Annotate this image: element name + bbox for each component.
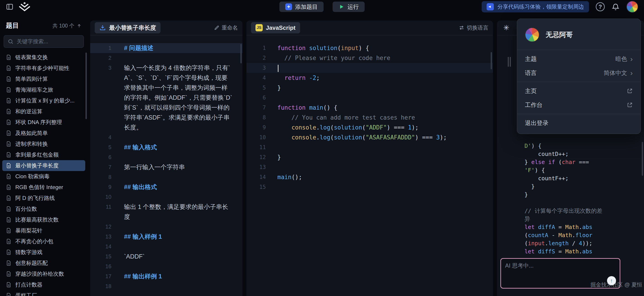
theme-label: 主题 xyxy=(525,55,537,63)
problem-list-item[interactable]: 字符串有多少种可能性 xyxy=(2,63,85,74)
problem-list-item[interactable]: 暴雨梨花针 xyxy=(2,225,85,236)
markdown-line-text: 输出 1 个整数，满足要求的最小子串长度 xyxy=(120,202,242,222)
code-line[interactable]: 4 return -2; xyxy=(246,73,493,83)
problem-list-item[interactable]: 拿到最多红包金额 xyxy=(2,149,85,160)
problem-editor[interactable]: 1 # 问题描述 2 3 输入一个长度为 4 倍数的字符串，只有`A`、`S`、… xyxy=(90,36,242,296)
problem-list-item[interactable]: 穿越沙漠的补给次数 xyxy=(2,268,85,279)
code-line[interactable]: 12 } xyxy=(246,152,493,162)
code-line[interactable]: 14 main(); xyxy=(246,172,493,182)
problem-list-item[interactable]: 不再贪心的小包 xyxy=(2,236,85,247)
code-line[interactable]: 9 console.log(solution("ADDF") === 1); xyxy=(246,123,493,132)
markdown-line[interactable]: 4 xyxy=(90,132,242,142)
problem-list-item[interactable]: 及格如此简单 xyxy=(2,128,85,139)
add-problem-button[interactable]: + 添加题目 xyxy=(280,2,324,12)
problem-item-label: 链表聚集交换 xyxy=(15,54,48,61)
markdown-line[interactable]: 15 `ADDF` xyxy=(90,251,242,261)
problem-list-item[interactable]: 环状 DNA 序列整理 xyxy=(2,117,85,128)
help-button[interactable]: ? xyxy=(596,2,605,11)
ai-code-block: D') { countD++;} else if (char ==='F') {… xyxy=(524,142,619,256)
line-number: 13 xyxy=(90,232,120,242)
code-line-text: } xyxy=(274,83,493,93)
markdown-line[interactable]: 11 输出 1 个整数，满足要求的最小子串长度 xyxy=(90,202,242,222)
code-line[interactable]: 11 xyxy=(246,142,493,152)
markdown-line[interactable]: 18 xyxy=(90,281,242,291)
problem-item-label: RGB 色值转 Integer xyxy=(15,184,63,191)
problem-list-item[interactable]: 百分位数 xyxy=(2,203,85,214)
code-line[interactable]: 5 } xyxy=(246,83,493,93)
code-line[interactable]: 3 xyxy=(246,63,493,73)
notifications-button[interactable] xyxy=(612,3,620,11)
markdown-line[interactable]: 16 xyxy=(90,261,242,271)
code-line[interactable]: 8 // You can add more test cases here xyxy=(246,113,493,123)
code-line[interactable]: 15 xyxy=(246,182,493,192)
code-line[interactable]: 7 function main() { xyxy=(246,103,493,113)
problem-list-item[interactable]: 简单四则计算 xyxy=(2,74,85,84)
menu-item-home[interactable]: 主页 xyxy=(517,84,640,98)
ai-chat-input[interactable] xyxy=(505,262,616,278)
markdown-line[interactable]: 10 xyxy=(90,192,242,202)
line-number: 2 xyxy=(246,53,274,63)
markdown-line[interactable]: 8 xyxy=(90,172,242,182)
problem-list-item[interactable]: 进制求和转换 xyxy=(2,139,85,149)
search-input[interactable] xyxy=(17,38,80,45)
code-editor[interactable]: 1 function solution(input) { 2 // Please… xyxy=(246,36,493,296)
problem-editor-scrollbar[interactable] xyxy=(240,44,242,63)
code-line[interactable]: 6 xyxy=(246,93,493,103)
markdown-line-text: ## 输出格式 xyxy=(120,182,242,192)
code-line[interactable]: 2 // Please write your code here xyxy=(246,53,493,63)
markdown-line[interactable]: 2 xyxy=(90,53,242,63)
problem-title-pill[interactable]: 最小替换子串长度 xyxy=(95,22,160,33)
problem-list-item[interactable]: Cion 勒索病毒 xyxy=(2,171,85,182)
user-menu-profile[interactable]: 无忌阿哥 xyxy=(517,23,640,48)
problem-list-item[interactable]: 打点计数器 xyxy=(2,279,85,290)
rename-button[interactable]: 重命名 xyxy=(214,24,238,31)
swap-icon xyxy=(459,25,464,31)
code-editor-scrollbar[interactable] xyxy=(491,52,492,69)
ai-panel-scrollbar[interactable] xyxy=(642,142,643,176)
sort-up-icon[interactable] xyxy=(77,23,82,28)
menu-item-language[interactable]: 语言 简体中文 › xyxy=(517,66,640,80)
problem-list-item[interactable]: 计算位置 x 到 y 的最少... xyxy=(2,95,85,106)
problem-list-item[interactable]: 阿 D 的飞行路线 xyxy=(2,193,85,203)
user-avatar[interactable] xyxy=(626,1,638,13)
problem-list-item[interactable]: 青海湖租车之旅 xyxy=(2,84,85,95)
problem-list-item[interactable]: 蛋糕工厂 xyxy=(2,290,85,296)
problem-list-item[interactable]: RGB 色值转 Integer xyxy=(2,182,85,193)
markdown-line[interactable]: 13 ## 输入样例 1 xyxy=(90,232,242,242)
problem-list-item[interactable]: 创意标题匹配 xyxy=(2,258,85,268)
problem-list-item[interactable]: 链表聚集交换 xyxy=(2,52,85,63)
menu-item-theme[interactable]: 主题 暗色 › xyxy=(517,52,640,66)
language-pill[interactable]: JS JavaScript xyxy=(251,22,300,33)
markdown-line[interactable]: 17 ## 输出样例 1 xyxy=(90,271,242,281)
code-line[interactable]: 10 console.log(solution("ASAFASAFADDD") … xyxy=(246,132,493,142)
problem-list-item[interactable]: 猜数字游戏 xyxy=(2,247,85,258)
problem-list-item[interactable]: 最小替换子串长度 xyxy=(2,160,85,171)
markdown-line[interactable]: 7 第一行输入一个字符串 xyxy=(90,162,242,172)
run-button[interactable]: 运行 xyxy=(332,2,364,12)
markdown-line[interactable]: 6 xyxy=(90,152,242,162)
sidebar-toggle-button[interactable] xyxy=(6,3,14,11)
problem-list-item[interactable]: 和的逆运算 xyxy=(2,106,85,117)
code-line[interactable]: 13 xyxy=(246,162,493,172)
panel-resize-handle[interactable] xyxy=(508,57,512,67)
ai-code-line: D') { xyxy=(524,142,619,150)
markdown-line[interactable]: 12 xyxy=(90,222,242,232)
code-line[interactable]: 1 function solution(input) { xyxy=(246,43,493,53)
juejin-logo[interactable] xyxy=(18,2,31,12)
switch-language-button[interactable]: 切换语言 xyxy=(459,24,488,31)
markdown-line[interactable]: 1 # 问题描述 xyxy=(90,43,242,53)
markdown-line[interactable]: 9 ## 输出格式 xyxy=(90,182,242,192)
line-number: 4 xyxy=(246,73,274,83)
sidebar-scrollbar[interactable] xyxy=(86,53,87,119)
mountain-logo-icon xyxy=(18,2,31,12)
markdown-line[interactable]: 5 ## 输入格式 xyxy=(90,142,242,152)
problem-list-item[interactable]: 比赛最高获胜次数 xyxy=(2,214,85,225)
menu-item-logout[interactable]: 退出登录 xyxy=(517,116,640,130)
problem-item-label: 不再贪心的小包 xyxy=(15,238,53,245)
markdown-line[interactable]: 14 xyxy=(90,242,242,251)
promo-banner[interactable]: 分享代码练习体验，领限量定制周边 xyxy=(482,1,589,13)
markdown-line[interactable]: 3 输入一个长度为 4 倍数的字符串，只有`A`、`S`、`D`、`F`四个字母… xyxy=(90,63,242,132)
line-number: 10 xyxy=(246,132,274,142)
send-button[interactable]: ↑ xyxy=(607,276,616,285)
menu-item-workbench[interactable]: 工作台 xyxy=(517,98,640,112)
